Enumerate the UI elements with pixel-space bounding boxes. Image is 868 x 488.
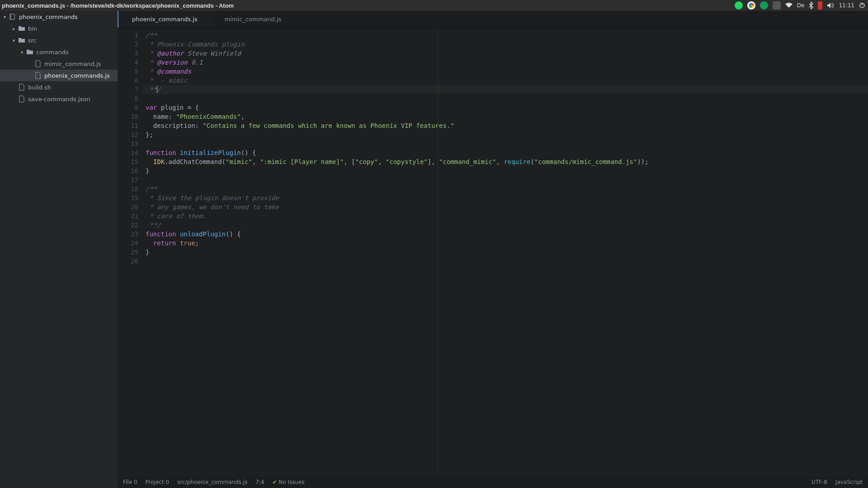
tab-bar[interactable]: phoenix_commands.jsmimic_command.js bbox=[118, 11, 868, 28]
code-line[interactable]: * @version 0.1 bbox=[146, 58, 868, 67]
code-line[interactable]: * care of them. bbox=[146, 211, 868, 221]
code-line[interactable]: description: "Contains a few commands wh… bbox=[146, 121, 868, 130]
code-line[interactable]: } bbox=[146, 248, 868, 257]
cursor-line-highlight bbox=[143, 85, 868, 94]
code-line[interactable]: * Phoenix-Commands plugin bbox=[146, 40, 868, 49]
folder-icon bbox=[18, 37, 25, 44]
status-path[interactable]: src/phoenix_commands.js bbox=[177, 479, 247, 485]
line-number: 15 bbox=[118, 157, 138, 166]
status-bar: File 0 Project 0 src/phoenix_commands.js… bbox=[118, 476, 868, 488]
line-number: 23 bbox=[118, 230, 138, 239]
line-number: 17 bbox=[118, 175, 138, 184]
code-line[interactable]: /** bbox=[146, 184, 868, 193]
code-line[interactable]: * @commands bbox=[146, 67, 868, 76]
line-number: 24 bbox=[118, 239, 138, 248]
line-number: 10 bbox=[118, 112, 138, 121]
line-number: 14 bbox=[118, 148, 138, 157]
app-indicator-icon[interactable] bbox=[773, 1, 781, 9]
tree-file[interactable]: save-commands.json bbox=[0, 93, 118, 105]
text-editor[interactable]: 1234567891011121314151617181920212223242… bbox=[118, 28, 868, 476]
line-number: 20 bbox=[118, 202, 138, 211]
code-line[interactable]: * - mimic bbox=[146, 76, 868, 85]
tree-folder[interactable]: ▸bin bbox=[0, 23, 118, 34]
line-number: 7 bbox=[118, 85, 138, 94]
keyboard-layout[interactable]: De bbox=[797, 2, 805, 9]
bluetooth-icon[interactable] bbox=[809, 2, 813, 9]
code-line[interactable]: /** bbox=[146, 31, 868, 40]
file-icon bbox=[18, 95, 25, 103]
file-icon bbox=[34, 72, 42, 79]
clock[interactable]: 11:11 bbox=[839, 2, 854, 9]
tree-file[interactable]: mimic_command.js bbox=[0, 58, 118, 70]
tab-label: mimic_command.js bbox=[225, 16, 282, 23]
folder-icon bbox=[26, 48, 33, 56]
spotify-icon[interactable] bbox=[735, 1, 743, 9]
tree-item-label: mimic_command.js bbox=[44, 61, 101, 67]
code-line[interactable]: } bbox=[146, 166, 868, 175]
line-number: 25 bbox=[118, 248, 138, 257]
code-line[interactable] bbox=[146, 94, 868, 103]
text-cursor bbox=[157, 86, 157, 93]
code-line[interactable]: * any games, we don't need to take bbox=[146, 202, 868, 211]
code-line[interactable]: function initializePlugin() { bbox=[146, 148, 868, 157]
code-line[interactable]: function unloadPlugin() { bbox=[146, 230, 868, 239]
code-line[interactable]: name: "PhoenixCommands", bbox=[146, 112, 868, 121]
code-line[interactable] bbox=[146, 139, 868, 148]
tree-view[interactable]: ▾ phoenix_commands ▸bin▾src▾commandsmimi… bbox=[0, 11, 118, 488]
tree-file[interactable]: build.sh bbox=[0, 81, 118, 93]
check-icon: ✔ bbox=[272, 479, 278, 485]
status-language[interactable]: JavaScript bbox=[835, 479, 863, 485]
tree-folder[interactable]: ▾src bbox=[0, 34, 118, 46]
line-number: 2 bbox=[118, 40, 138, 49]
battery-icon[interactable] bbox=[818, 1, 822, 9]
line-number: 26 bbox=[118, 257, 138, 266]
line-number: 21 bbox=[118, 211, 138, 221]
tab[interactable]: mimic_command.js bbox=[211, 11, 295, 28]
code-line[interactable] bbox=[146, 257, 868, 266]
line-number: 19 bbox=[118, 193, 138, 202]
tree-folder[interactable]: ▾commands bbox=[0, 46, 118, 58]
window-title: phoenix_commands.js - /home/steve/idk-dk… bbox=[2, 2, 234, 9]
code-line[interactable]: var plugin = { bbox=[146, 103, 868, 112]
code-line[interactable]: return true; bbox=[146, 239, 868, 248]
code-line[interactable]: IDK.addChatCommand("mimic", ":mimic [Pla… bbox=[146, 157, 868, 166]
chevron-down-icon: ▾ bbox=[21, 50, 26, 55]
tree-file[interactable]: phoenix_commands.js bbox=[0, 70, 118, 81]
status-encoding[interactable]: UTF-8 bbox=[811, 479, 827, 485]
tab[interactable]: phoenix_commands.js bbox=[118, 11, 211, 28]
hangouts-icon[interactable] bbox=[760, 1, 768, 9]
tab-label: phoenix_commands.js bbox=[132, 16, 198, 23]
chrome-icon[interactable] bbox=[747, 1, 755, 9]
volume-icon[interactable] bbox=[827, 2, 834, 9]
book-icon bbox=[9, 13, 16, 20]
gutter: 1234567891011121314151617181920212223242… bbox=[118, 28, 143, 476]
line-number: 5 bbox=[118, 67, 138, 76]
tree-item-label: phoenix_commands.js bbox=[44, 72, 110, 79]
code-line[interactable] bbox=[146, 175, 868, 184]
line-number: 16 bbox=[118, 166, 138, 175]
code-line[interactable]: }; bbox=[146, 130, 868, 139]
code-content[interactable]: /** * Phoenix-Commands plugin * @author … bbox=[143, 28, 868, 476]
tree-item-label: bin bbox=[28, 25, 37, 32]
line-number: 11 bbox=[118, 121, 138, 130]
project-name: phoenix_commands bbox=[19, 14, 78, 20]
line-number: 3 bbox=[118, 49, 138, 58]
system-tray: De 11:11 bbox=[735, 1, 865, 9]
editor-pane: phoenix_commands.jsmimic_command.js 1234… bbox=[118, 11, 868, 488]
status-lint[interactable]: ✔ No Issues bbox=[272, 479, 304, 485]
code-line[interactable]: * @author Steve Winfield bbox=[146, 49, 868, 58]
code-line[interactable]: **/ bbox=[146, 221, 868, 230]
line-number: 1 bbox=[118, 31, 138, 40]
code-line[interactable]: * Since the plugin doesn't provide bbox=[146, 193, 868, 202]
status-cursor-position[interactable]: 7:4 bbox=[255, 479, 264, 485]
status-file-counter[interactable]: File 0 bbox=[123, 479, 137, 485]
line-number: 4 bbox=[118, 58, 138, 67]
file-icon bbox=[34, 60, 42, 67]
line-number: 9 bbox=[118, 103, 138, 112]
project-root[interactable]: ▾ phoenix_commands bbox=[0, 11, 118, 23]
power-icon[interactable] bbox=[859, 2, 865, 9]
status-project-counter[interactable]: Project 0 bbox=[146, 479, 170, 485]
wifi-icon[interactable] bbox=[785, 3, 793, 8]
line-number: 8 bbox=[118, 94, 138, 103]
tree-item-label: commands bbox=[36, 49, 69, 56]
